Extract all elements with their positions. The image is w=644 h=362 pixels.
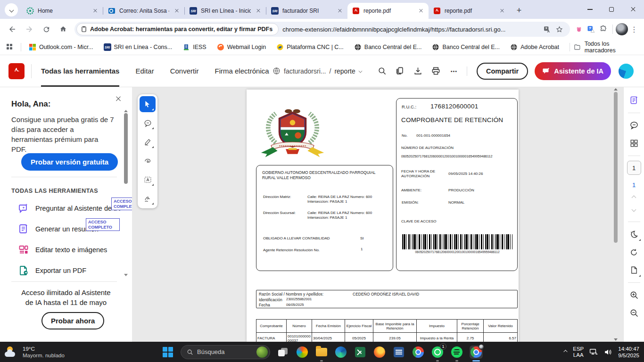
language-indicator[interactable]: ESP LAA: [573, 346, 584, 358]
taskbar-weather-widget[interactable]: 19°C Mayorm. nublado: [5, 346, 65, 359]
translate-page-icon[interactable]: [541, 23, 553, 35]
menu-convertir[interactable]: Convertir: [170, 55, 199, 87]
taskbar-search[interactable]: Búsqueda: [181, 345, 270, 359]
tab-search-button[interactable]: [5, 3, 18, 16]
menu-firma-electronica[interactable]: Firma electrónica: [215, 55, 269, 87]
network-icon[interactable]: [589, 348, 598, 356]
bookmark-cnc[interactable]: Plataforma CNC | C...: [276, 43, 344, 51]
acrobat-profile-avatar[interactable]: [619, 64, 634, 79]
bookmark-bce-1[interactable]: Banco Central del E...: [354, 43, 422, 51]
bookmark-star-icon[interactable]: [553, 23, 565, 35]
all-bookmarks[interactable]: Todos los marcadores: [570, 41, 637, 54]
browser-menu-icon[interactable]: ⋮: [628, 23, 640, 35]
window-minimize-button[interactable]: [579, 0, 601, 19]
tool-export-pdf[interactable]: Exportar un PDF: [18, 263, 86, 278]
panel-scrollbar[interactable]: [124, 113, 128, 184]
reload-button[interactable]: [39, 22, 54, 37]
night-mode-icon[interactable]: [627, 227, 642, 242]
comment-tool-button[interactable]: [140, 115, 156, 131]
word-button[interactable]: [392, 346, 405, 359]
tab-home[interactable]: Home: [22, 3, 103, 19]
scroll-down-icon[interactable]: [614, 338, 618, 341]
spotify-button[interactable]: [450, 346, 463, 359]
download-icon[interactable]: [410, 63, 426, 79]
tab-close-icon[interactable]: [498, 7, 506, 15]
copilot-button[interactable]: [296, 346, 309, 359]
extension-chip[interactable]: Adobe Acrobat: herramientas para convert…: [76, 23, 279, 35]
thumbnails-grid-icon[interactable]: [627, 136, 642, 151]
start-button[interactable]: [161, 346, 174, 359]
new-tab-button[interactable]: +: [512, 4, 526, 17]
panel-scroll-up-icon[interactable]: [124, 110, 128, 112]
highlight-tool-button[interactable]: [140, 134, 156, 150]
tool-edit-text-images[interactable]: Editar texto e imágenes: [18, 243, 107, 257]
tray-expand-icon[interactable]: [564, 350, 568, 354]
search-icon[interactable]: [374, 63, 390, 79]
forward-button[interactable]: [22, 22, 37, 37]
apps-grid-button[interactable]: [7, 44, 13, 50]
scrollbar-thumb[interactable]: [614, 92, 618, 243]
window-close-button[interactable]: [622, 0, 644, 19]
comments-icon[interactable]: [627, 118, 642, 133]
google-translate-icon[interactable]: [585, 23, 597, 35]
tab-correo[interactable]: Correo: Anita Sosa - O: [103, 3, 184, 19]
try-now-button[interactable]: Probar ahora: [41, 312, 104, 329]
bookmark-webmail[interactable]: Webmail Login: [217, 43, 266, 51]
tab-sri-en-linea[interactable]: SRI SRI en Línea - Inicio: [185, 3, 266, 19]
bookmark-acrobat[interactable]: Adobe Acrobat: [510, 43, 559, 51]
panel-scroll-down-icon[interactable]: [124, 274, 128, 276]
window-maximize-button[interactable]: [601, 0, 622, 19]
try-free-button[interactable]: Probar versión gratuita: [21, 153, 118, 171]
bookmark-bce-2[interactable]: Banco Central del E...: [432, 43, 500, 51]
tab-reporte-active[interactable]: reporte.pdf: [347, 3, 429, 19]
excel-button[interactable]: [354, 346, 367, 359]
document-scrollbar[interactable]: [613, 88, 618, 341]
task-view-button[interactable]: [276, 346, 289, 359]
omnibox[interactable]: Adobe Acrobat: herramientas para convert…: [74, 22, 570, 37]
tab-close-icon[interactable]: [336, 7, 344, 15]
whatsapp-button[interactable]: 1: [431, 346, 444, 359]
lasso-tool-button[interactable]: [140, 153, 156, 169]
next-page-icon[interactable]: [632, 207, 636, 212]
file-explorer-button[interactable]: [315, 346, 328, 359]
zoom-out-icon[interactable]: [627, 305, 642, 321]
volume-icon[interactable]: [604, 348, 612, 356]
print-icon[interactable]: [428, 63, 444, 79]
tab-facturador[interactable]: SRI facturador SRI: [266, 3, 347, 19]
menu-editar[interactable]: Editar: [135, 55, 154, 87]
extensions-puzzle-icon[interactable]: [597, 23, 610, 35]
tab-reporte-2[interactable]: reporte.pdf: [429, 3, 510, 19]
panel-close-button[interactable]: [116, 95, 121, 103]
scroll-up-icon[interactable]: [614, 88, 618, 90]
pdf-page[interactable]: GOBIERNO AUTONOMO DESCENTRALIZADO PARROQ…: [247, 90, 519, 342]
previous-page-icon[interactable]: [632, 196, 636, 200]
rotate-page-icon[interactable]: [627, 245, 642, 260]
more-options-icon[interactable]: •••: [446, 63, 462, 79]
tab-close-icon[interactable]: [173, 7, 181, 15]
menu-todas-las-herramientas[interactable]: Todas las herramientas: [41, 55, 119, 87]
chrome-active-button[interactable]: [470, 346, 483, 359]
select-tool-button[interactable]: [140, 96, 156, 112]
tab-close-icon[interactable]: [91, 7, 99, 15]
current-page-input[interactable]: 1: [627, 161, 641, 175]
document-breadcrumb[interactable]: facturadorsri... / reporte: [272, 67, 362, 75]
url-text[interactable]: chrome-extension://efaidnbmnnnibpcajpcgl…: [282, 26, 541, 33]
ai-assistant-button[interactable]: Asistente de IA: [535, 62, 611, 80]
chrome-button[interactable]: [412, 346, 425, 359]
pages-icon[interactable]: [392, 63, 408, 79]
edge-button[interactable]: [334, 346, 347, 359]
home-button[interactable]: [56, 22, 71, 37]
tool-ask-ai[interactable]: Preguntar al Asistente de IA: [18, 201, 120, 215]
tab-close-icon[interactable]: [255, 7, 262, 15]
firefox-button[interactable]: [373, 346, 386, 359]
bookmark-outlook[interactable]: Outlook.com - Micr...: [29, 43, 93, 51]
ai-summary-icon[interactable]: [627, 93, 642, 108]
zoom-in-icon[interactable]: [627, 288, 642, 303]
tab-close-icon[interactable]: [417, 7, 425, 15]
share-button[interactable]: Compartir: [477, 63, 528, 80]
taskbar-clock[interactable]: 14:40:47 9/5/2025: [618, 346, 639, 359]
page-view-icon[interactable]: [627, 263, 642, 278]
text-select-tool-button[interactable]: [140, 172, 156, 188]
bookmark-sri[interactable]: SRI SRI en Línea - Cons...: [104, 43, 173, 51]
acrobat-logo[interactable]: [8, 63, 25, 79]
